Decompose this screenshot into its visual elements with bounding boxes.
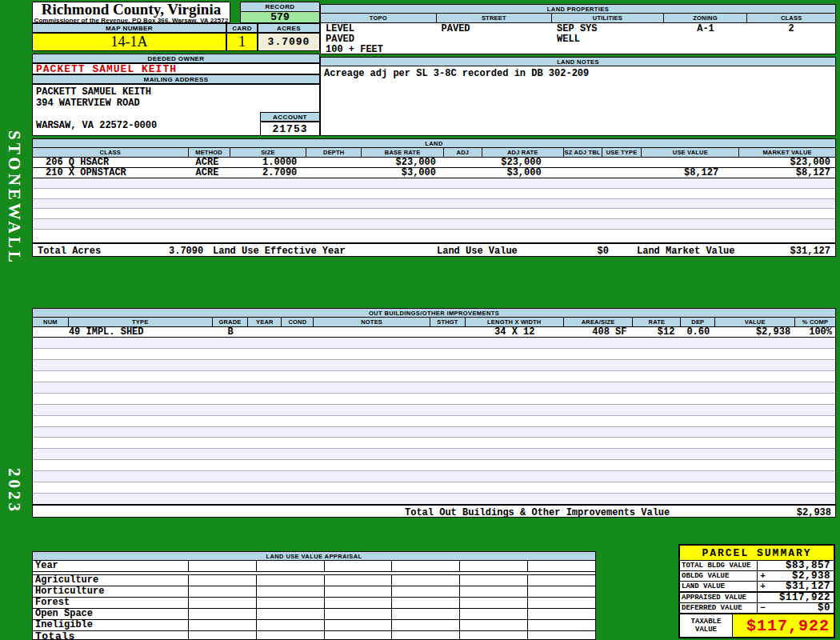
land-title: LAND: [33, 139, 835, 148]
appraisal-row-cells: [189, 586, 595, 597]
summary-value: $83,857: [768, 561, 834, 570]
column-header-use-type: USE TYPE: [602, 148, 642, 157]
land-properties-title: LAND PROPERTIES: [321, 5, 835, 14]
land-cell-adj-rate: $23,000: [482, 158, 564, 167]
column-header-utilities: UTILITIES: [552, 14, 664, 22]
property-record-card: STONEWALL 2023 Richmond County, Virginia…: [0, 0, 840, 640]
ob-cell-type: 49 IMPL. SHED: [69, 327, 213, 337]
land-notes-title: LAND NOTES: [321, 58, 835, 66]
summary-label: OBLDG VALUE: [680, 571, 758, 581]
column-header-dep: DEP: [681, 318, 715, 326]
land-cell-size: 2.7090: [230, 168, 307, 178]
ob-cell-sthgt: [430, 327, 466, 337]
ob-cell-year: [248, 327, 282, 337]
column-header-use-value: USE VALUE: [642, 148, 739, 157]
ob-cell-notes: [314, 327, 430, 337]
appraisal-row-cells: [189, 609, 595, 619]
street-value: PAVED: [437, 24, 553, 34]
appraisal-row-ineligible: Ineligible: [33, 620, 595, 631]
taxable-value: $117,922: [733, 614, 834, 637]
ob-cell-rate: $12: [633, 327, 681, 337]
summary-label: DEFERRED VALUE: [680, 603, 758, 613]
ob-cell-cond: [282, 327, 314, 337]
appraisal-row-label: Open Space: [33, 609, 189, 619]
land-cell-method: ACRE: [189, 168, 230, 178]
zoning-values: A-1: [664, 23, 748, 55]
appraisal-row-cells: [189, 631, 595, 640]
appraisal-row-cells: [189, 561, 595, 571]
tax-year-label: 2023: [4, 468, 24, 514]
column-header-base-rate: BASE RATE: [362, 148, 444, 157]
land-cell-sz-adj-tbl: [564, 168, 602, 178]
appraisal-row-label: Ineligible: [33, 620, 189, 630]
mailing-address-line: PACKETT SAMUEL KEITH: [36, 86, 319, 98]
mailing-address-line: 394 WATERVIEW ROAD: [36, 98, 319, 109]
summary-row-land: LAND VALUE + $31,127: [680, 582, 834, 592]
ob-cell-value: $2,938: [715, 327, 795, 337]
zoning-value: A-1: [664, 24, 748, 34]
summary-operator: −: [758, 603, 768, 613]
deeded-owner-header: DEEDED OWNER: [32, 54, 320, 63]
summary-label: LAND VALUE: [680, 582, 758, 591]
appraisal-row-year: Year: [33, 561, 595, 572]
out-buildings-total-value: $2,938: [797, 507, 831, 518]
summary-operator: +: [758, 571, 768, 581]
out-buildings-totals-row: Total Out Buildings & Other Improvements…: [33, 504, 835, 517]
column-header-zoning: ZONING: [664, 14, 748, 22]
ob-cell-num: [33, 327, 69, 337]
taxable-value-row: TAXABLE VALUE $117,922: [680, 614, 834, 637]
column-header-class: CLASS: [33, 148, 189, 157]
appraisal-row-agriculture: Agriculture: [33, 575, 595, 586]
column-header-type: TYPE: [69, 318, 213, 326]
appraisal-row-cells: [189, 575, 595, 586]
appraisal-row-label: Horticulture: [33, 586, 189, 597]
topo-value: 100 + FEET: [321, 45, 437, 55]
summary-operator: [758, 593, 768, 602]
land-totals-row: Total Acres 3.7090 Land Use Effective Ye…: [33, 242, 835, 256]
out-buildings-section: OUT BUILDINGS/OTHER IMPROVEMENTS NUM TYP…: [32, 308, 836, 518]
out-buildings-title: OUT BUILDINGS/OTHER IMPROVEMENTS: [33, 309, 835, 318]
out-building-row: 49 IMPL. SHED B 34 X 12 408 SF $12 0.60 …: [33, 327, 835, 338]
land-use-appraisal-section: LAND USE VALUE APPRAISAL Year Agricultur…: [32, 551, 596, 640]
appraisal-row-cells: [189, 620, 595, 630]
land-row: 206 Q HSACR ACRE 1.0000 $23,000 $23,000 …: [33, 158, 835, 168]
district-label: STONEWALL: [4, 130, 24, 266]
ob-cell-pct-comp: 100%: [795, 327, 835, 337]
summary-label: TOTAL BLDG VALUE: [680, 561, 758, 570]
land-notes-text: Acreage adj per SL 3-8C recorded in DB 3…: [321, 66, 835, 135]
column-header-year: YEAR: [248, 318, 282, 326]
land-cell-use-type: [602, 168, 642, 178]
column-header-street: STREET: [437, 14, 553, 22]
column-header-adj-rate: ADJ RATE: [482, 148, 564, 157]
land-cell-class: 210 X OPNSTACR: [33, 168, 189, 178]
land-cell-sz-adj-tbl: [564, 158, 602, 167]
class-values: 2: [747, 23, 835, 55]
land-section: LAND CLASS METHOD SIZE DEPTH BASE RATE A…: [32, 138, 836, 257]
column-header-rate: RATE: [633, 318, 681, 326]
land-cell-adj-rate: $3,000: [482, 168, 564, 178]
acres-header: ACRES: [258, 23, 320, 33]
summary-row-appraised: APPRAISED VALUE $117,922: [680, 592, 834, 603]
appraisal-row-forest: Forest: [33, 598, 595, 609]
record-value: 579: [240, 11, 320, 23]
column-header-adj: ADJ: [444, 148, 482, 157]
account-value: 21753: [260, 122, 320, 136]
land-use-appraisal-title: LAND USE VALUE APPRAISAL: [33, 552, 595, 561]
land-cell-use-value: [642, 158, 739, 167]
ob-cell-grade: B: [213, 327, 249, 337]
taxable-value-label: TAXABLE VALUE: [680, 614, 733, 637]
land-header-row: CLASS METHOD SIZE DEPTH BASE RATE ADJ AD…: [33, 148, 835, 158]
card-header: CARD: [226, 23, 258, 33]
county-header: Richmond County, Virginia Commissioner o…: [32, 2, 230, 23]
land-use-value-label: Land Use Value: [437, 246, 518, 257]
appraisal-row-totals: Totals: [33, 631, 595, 640]
land-cell-depth: [306, 158, 362, 167]
appraisal-row-label: Forest: [33, 598, 189, 608]
deeded-owner-value: PACKETT SAMUEL KEITH: [32, 63, 320, 74]
land-properties-header-row: TOPO STREET UTILITIES ZONING CLASS: [321, 14, 835, 23]
column-header-topo: TOPO: [321, 14, 437, 22]
map-number-value: 14-1A: [32, 33, 226, 51]
appraisal-grid: Agriculture Horticulture Forest Open Spa…: [33, 574, 595, 640]
map-number-header: MAP NUMBER: [32, 23, 226, 33]
column-header-num: NUM: [33, 318, 69, 326]
